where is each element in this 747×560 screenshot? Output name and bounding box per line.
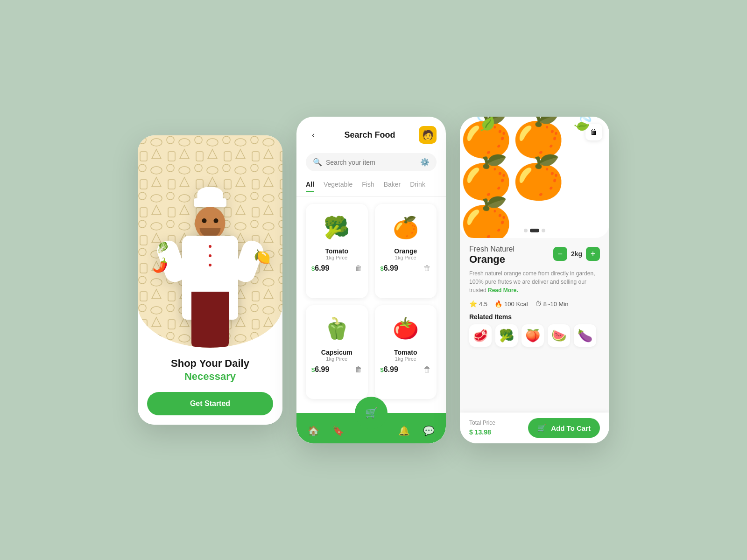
cart-btn-icon: 🛒 xyxy=(537,424,546,432)
bottom-nav: 🏠 🔖 🔔 💬 🛒 xyxy=(296,406,446,443)
nav-cart-button[interactable]: 🛒 xyxy=(355,397,388,429)
welcome-title-line2: Necessary xyxy=(147,371,273,383)
phone-detail: ‹ 🗑 🍃 🍃 🍊🍊🍊🍊🍊 Fresh Naturel xyxy=(460,117,609,443)
food-name-capsicum: Capsicum xyxy=(321,349,352,356)
stat-rating: ⭐ 4.5 xyxy=(469,300,487,308)
dot-2[interactable] xyxy=(530,229,539,232)
food-image-orange: 🍊 xyxy=(387,211,424,244)
related-title: Related Items xyxy=(469,313,600,321)
nav-cart-icon: 🛒 xyxy=(365,407,378,419)
chef-illustration: 🌶️ 🍋 🥬 xyxy=(163,198,257,348)
qty-value: 2kg xyxy=(571,250,582,258)
related-item-peach[interactable]: 🍑 xyxy=(521,324,544,347)
user-avatar[interactable]: 🧑 xyxy=(419,126,437,144)
product-name: Orange xyxy=(469,253,553,266)
food-unit-tomato: 1kg Pirce xyxy=(326,255,347,260)
search-bar[interactable]: 🔍 ⚙️ xyxy=(306,153,437,171)
stat-time: ⏱ 8~10 Min xyxy=(535,300,569,308)
search-icon: 🔍 xyxy=(313,158,322,167)
related-item-watermelon[interactable]: 🍉 xyxy=(548,324,570,347)
nav-wave: 🏠 🔖 🔔 💬 🛒 xyxy=(296,406,446,443)
nav-bookmark-icon[interactable]: 🔖 xyxy=(332,425,344,436)
cart-btn-label: Add To Cart xyxy=(551,424,591,432)
product-title-block: Fresh Naturel Orange xyxy=(469,245,553,266)
category-all[interactable]: All xyxy=(306,181,314,192)
search-page-title: Search Food xyxy=(344,130,395,140)
category-fish[interactable]: Fish xyxy=(362,181,374,192)
total-price-value: 13.98 xyxy=(475,428,491,436)
food-unit-orange: 1kg Pirce xyxy=(395,255,416,260)
food-image-capsicum: 🫑 xyxy=(318,312,355,345)
back-button[interactable]: ‹ xyxy=(306,127,321,142)
star-icon: ⭐ xyxy=(469,300,477,308)
total-label: Total Price xyxy=(469,420,495,426)
avatar-emoji: 🧑 xyxy=(422,129,434,140)
food-card-tomato2[interactable]: 🍅 Tomato 1kg Pirce $6.99 🗑 xyxy=(375,305,437,399)
search-header: ‹ Search Food 🧑 xyxy=(296,117,446,148)
total-price: $ 13.98 xyxy=(469,426,495,437)
food-card-orange[interactable]: 🍊 Orange 1kg Pirce $6.99 🗑 xyxy=(375,204,437,298)
dollar-sign: $ xyxy=(469,428,475,436)
rating-value: 4.5 xyxy=(479,301,487,308)
product-hero: ‹ 🗑 🍃 🍃 🍊🍊🍊🍊🍊 xyxy=(460,117,609,238)
phones-container: 🌶️ 🍋 🥬 Shop Your Daily Necessary Get Sta… xyxy=(138,117,609,443)
fire-icon: 🔥 xyxy=(494,300,502,308)
food-name-tomato: Tomato xyxy=(325,247,348,255)
food-unit-capsicum: 1kg Pirce xyxy=(326,356,347,362)
food-price-row-orange: $6.99 🗑 xyxy=(381,264,431,273)
add-to-cart-button[interactable]: 🛒 Add To Cart xyxy=(528,418,600,438)
total-section: Total Price $ 13.98 xyxy=(469,420,495,437)
dot-1[interactable] xyxy=(524,229,528,232)
category-drink[interactable]: Drink xyxy=(410,181,425,192)
category-tabs: All Vegetable Fish Baker Drink xyxy=(296,176,446,197)
nav-icons: 🏠 🔖 🔔 💬 xyxy=(296,425,446,436)
add-to-cart-icon-tomato2[interactable]: 🗑 xyxy=(423,365,431,374)
food-name-orange: Orange xyxy=(394,247,417,255)
food-unit-tomato2: 1kg Pirce xyxy=(395,356,416,362)
quantity-control: − 2kg + xyxy=(553,247,600,261)
category-baker[interactable]: Baker xyxy=(384,181,401,192)
related-section: Related Items 🥩 🥦 🍑 🍉 🍆 xyxy=(469,313,600,347)
product-footer: Total Price $ 13.98 🛒 Add To Cart xyxy=(460,413,609,443)
phone-welcome: 🌶️ 🍋 🥬 Shop Your Daily Necessary Get Sta… xyxy=(138,135,282,425)
related-item-eggplant[interactable]: 🍆 xyxy=(574,324,596,347)
nav-home-icon[interactable]: 🏠 xyxy=(308,425,319,436)
read-more-link[interactable]: Read More. xyxy=(488,287,518,294)
add-to-cart-icon-orange[interactable]: 🗑 xyxy=(423,264,431,273)
related-item-broccoli[interactable]: 🥦 xyxy=(495,324,518,347)
related-item-meat[interactable]: 🥩 xyxy=(469,324,492,347)
product-description: Fresh naturel orange come from directly … xyxy=(469,269,600,294)
food-image-broccoli: 🥦 xyxy=(318,211,355,244)
search-input[interactable] xyxy=(326,159,416,166)
filter-icon[interactable]: ⚙️ xyxy=(420,158,430,167)
food-card-tomato[interactable]: 🥦 Tomato 1kg Pirce $6.99 🗑 xyxy=(306,204,368,298)
food-price-tomato2: $6.99 xyxy=(381,365,398,374)
dot-3[interactable] xyxy=(542,229,545,232)
add-to-cart-icon-tomato[interactable]: 🗑 xyxy=(355,264,362,273)
food-name-tomato2: Tomato xyxy=(394,349,417,356)
nav-chat-icon[interactable]: 💬 xyxy=(423,425,435,436)
hero-section: 🌶️ 🍋 🥬 xyxy=(138,135,282,348)
welcome-content: Shop Your Daily Necessary Get Started xyxy=(138,348,282,425)
food-price-row-capsicum: $6.99 🗑 xyxy=(311,365,362,374)
food-price-row-tomato2: $6.99 🗑 xyxy=(381,365,431,374)
food-price-tomato: $6.99 xyxy=(311,264,329,273)
image-dots xyxy=(524,229,545,232)
food-grid: 🥦 Tomato 1kg Pirce $6.99 🗑 🍊 Orange 1kg … xyxy=(296,197,446,406)
related-items-list: 🥩 🥦 🍑 🍉 🍆 xyxy=(469,324,600,347)
get-started-button[interactable]: Get Started xyxy=(147,392,273,415)
qty-minus-button[interactable]: − xyxy=(553,247,567,261)
food-price-capsicum: $6.99 xyxy=(311,365,329,374)
product-image-container: 🍃 🍃 🍊🍊🍊🍊🍊 xyxy=(460,117,609,238)
welcome-title-line1: Shop Your Daily xyxy=(147,357,273,371)
stat-calories: 🔥 100 Kcal xyxy=(494,300,528,308)
phone-search: ‹ Search Food 🧑 🔍 ⚙️ All Vegetable Fish … xyxy=(296,117,446,443)
clock-icon: ⏱ xyxy=(535,300,542,308)
nav-bell-icon[interactable]: 🔔 xyxy=(398,425,410,436)
food-price-row-tomato: $6.99 🗑 xyxy=(311,264,362,273)
add-to-cart-icon-capsicum[interactable]: 🗑 xyxy=(355,365,362,374)
category-vegetable[interactable]: Vegetable xyxy=(324,181,352,192)
food-card-capsicum[interactable]: 🫑 Capsicum 1kg Pirce $6.99 🗑 xyxy=(306,305,368,399)
food-price-orange: $6.99 xyxy=(381,264,398,273)
qty-plus-button[interactable]: + xyxy=(586,247,600,261)
